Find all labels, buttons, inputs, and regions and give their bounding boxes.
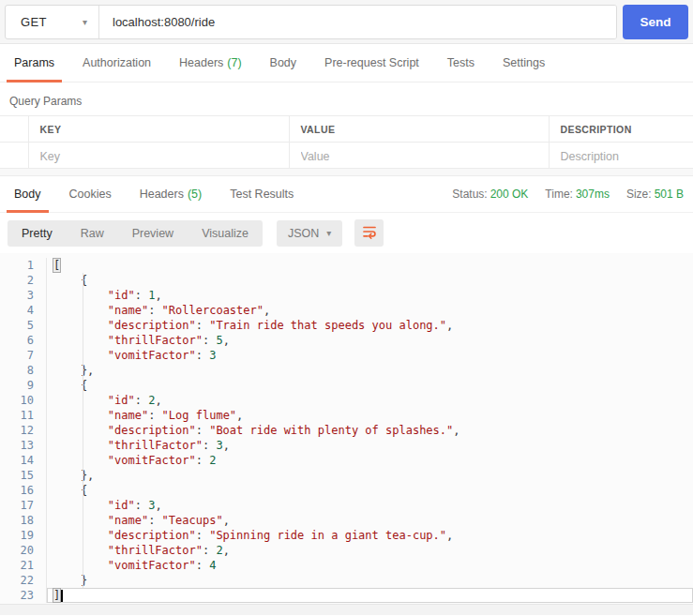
view-mode-group: Pretty Raw Preview Visualize [8, 220, 263, 247]
response-view-controls: Pretty Raw Preview Visualize JSON ▾ [0, 213, 693, 253]
code-line-content: "name": "Rollercoaster", [47, 303, 693, 318]
code-lines: 1[2 {3 "id": 1,4 "name": "Rollercoaster"… [0, 258, 693, 603]
tab-body[interactable]: Body [263, 44, 305, 82]
section-divider [0, 169, 693, 176]
line-number: 23 [0, 588, 47, 603]
text-cursor [61, 590, 63, 602]
size-value: 501 B [655, 188, 684, 201]
line-number: 11 [0, 408, 47, 423]
code-line-content: "name": "Log flume", [47, 408, 693, 423]
view-tab-visualize[interactable]: Visualize [188, 220, 263, 247]
request-bar: GET ▾ Send [0, 0, 693, 44]
chevron-down-icon: ▾ [83, 17, 87, 27]
line-number: 16 [0, 483, 47, 498]
line-number: 3 [0, 288, 47, 303]
view-tab-raw[interactable]: Raw [67, 220, 118, 247]
response-meta: Status:200 OK Time:307ms Size:501 B [435, 176, 693, 212]
view-tab-pretty[interactable]: Pretty [8, 220, 67, 247]
code-line: 4 "name": "Rollercoaster", [0, 303, 693, 318]
line-number: 10 [0, 393, 47, 408]
line-number: 17 [0, 498, 47, 513]
code-line: 16 { [0, 483, 693, 498]
wrap-text-icon [361, 223, 378, 243]
code-line: 2 { [0, 273, 693, 288]
time-label: Time: [545, 188, 573, 201]
bracket-highlight: [ [53, 259, 60, 272]
method-label: GET [21, 15, 47, 29]
code-line-content: "id": 3, [47, 498, 693, 513]
line-number: 20 [0, 543, 47, 558]
query-params-table: KEY VALUE DESCRIPTION [0, 115, 693, 169]
wrap-text-button[interactable] [354, 219, 384, 247]
url-input[interactable] [99, 6, 616, 38]
tab-authorization[interactable]: Authorization [75, 44, 158, 82]
code-line-content: "vomitFactor": 4 [47, 558, 693, 573]
code-line: 3 "id": 1, [0, 288, 693, 303]
code-line: 19 "description": "Spinning ride in a gi… [0, 528, 693, 543]
code-line: 22 } [0, 573, 693, 588]
key-input[interactable] [40, 150, 278, 163]
code-line-content: "name": "Teacups", [47, 513, 693, 528]
code-line: 7 "vomitFactor": 3 [0, 348, 693, 363]
row-select-cell [0, 143, 28, 169]
response-headers-count-badge: (5) [188, 188, 202, 201]
code-line-content: ] [47, 588, 693, 603]
response-tab-body[interactable]: Body [7, 176, 49, 212]
bracket-highlight: ] [53, 589, 60, 602]
code-line: 8 }, [0, 363, 693, 378]
tab-pre-request-script[interactable]: Pre-request Script [317, 44, 427, 82]
response-header: Body Cookies Headers(5) Test Results Sta… [0, 176, 693, 213]
description-input[interactable] [561, 150, 683, 163]
line-number: 22 [0, 573, 47, 588]
value-column-header: VALUE [289, 116, 549, 143]
line-number: 21 [0, 558, 47, 573]
code-line-content: [ [47, 258, 693, 273]
response-tab-test-results[interactable]: Test Results [222, 176, 301, 212]
method-dropdown[interactable]: GET ▾ [6, 6, 99, 38]
headers-count-badge: (7) [227, 56, 241, 69]
tab-tests[interactable]: Tests [440, 44, 482, 82]
code-line: 12 "description": "Boat ride with plenty… [0, 423, 693, 438]
response-tab-cookies[interactable]: Cookies [62, 176, 119, 212]
response-tab-headers[interactable]: Headers(5) [132, 176, 210, 212]
line-number: 12 [0, 423, 47, 438]
code-line-content: "id": 2, [47, 393, 693, 408]
code-line-content: "id": 1, [47, 288, 693, 303]
url-group: GET ▾ [5, 5, 617, 39]
line-number: 2 [0, 273, 47, 288]
code-line-content: { [47, 483, 693, 498]
status-label: Status: [452, 188, 487, 201]
query-params-title: Query Params [0, 83, 693, 115]
tab-settings[interactable]: Settings [495, 44, 552, 82]
size-label: Size: [626, 188, 652, 201]
tab-params[interactable]: Params [7, 44, 62, 82]
status-value: 200 OK [490, 188, 529, 201]
code-line-content: "vomitFactor": 2 [47, 453, 693, 468]
code-line-content: }, [47, 363, 693, 378]
line-number: 1 [0, 258, 47, 273]
response-body-editor[interactable]: 1[2 {3 "id": 1,4 "name": "Rollercoaster"… [0, 253, 693, 604]
value-input[interactable] [301, 150, 537, 163]
time-value: 307ms [576, 188, 610, 201]
line-number: 14 [0, 453, 47, 468]
code-line-content: "thrillFactor": 5, [47, 333, 693, 348]
format-select[interactable]: JSON ▾ [277, 220, 342, 247]
code-line: 20 "thrillFactor": 2, [0, 543, 693, 558]
description-column-header: DESCRIPTION [549, 116, 693, 143]
params-input-row [0, 143, 693, 169]
code-line: 9 { [0, 378, 693, 393]
line-number: 9 [0, 378, 47, 393]
editor-bottom-strip [0, 604, 693, 615]
key-column-header: KEY [28, 116, 289, 143]
code-line: 11 "name": "Log flume", [0, 408, 693, 423]
code-line-content: "description": "Train ride that speeds y… [47, 318, 693, 333]
send-button[interactable]: Send [623, 5, 688, 39]
code-line-content: "description": "Boat ride with plenty of… [47, 423, 693, 438]
line-number: 13 [0, 438, 47, 453]
code-line: 21 "vomitFactor": 4 [0, 558, 693, 573]
code-line-content: }, [47, 468, 693, 483]
view-tab-preview[interactable]: Preview [118, 220, 188, 247]
request-tabs: Params Authorization Headers(7) Body Pre… [0, 44, 693, 83]
line-number: 6 [0, 333, 47, 348]
tab-headers[interactable]: Headers(7) [172, 44, 249, 82]
